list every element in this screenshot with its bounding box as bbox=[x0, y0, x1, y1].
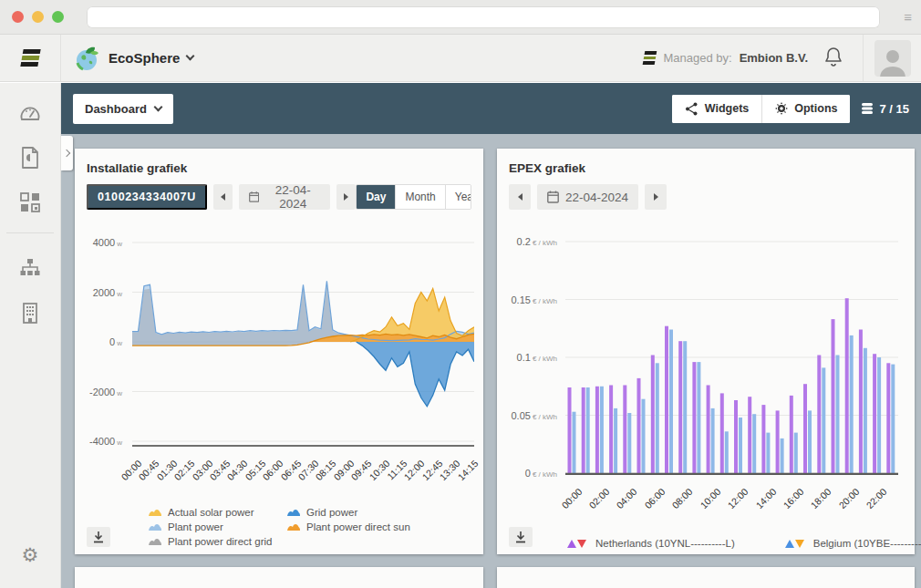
legend-item[interactable]: Actual solar power bbox=[148, 505, 285, 520]
bar-netherlands bbox=[692, 362, 696, 473]
y-tick-label: 0.2€ / kWh bbox=[517, 236, 557, 247]
notifications-button[interactable] bbox=[824, 46, 843, 70]
next-date-button[interactable] bbox=[645, 184, 667, 210]
legend-item[interactable]: Plant power direct grid bbox=[148, 534, 285, 549]
installatie-controls: 0100234334007U 22-04-2024 Day Month Year bbox=[87, 184, 471, 210]
sidebar-item-dashboard[interactable] bbox=[12, 95, 48, 131]
bar-netherlands bbox=[761, 405, 765, 473]
bar-netherlands bbox=[651, 356, 655, 474]
bar-netherlands bbox=[817, 356, 821, 474]
date-picker-button[interactable]: 22-04-2024 bbox=[537, 184, 638, 210]
bar-netherlands bbox=[720, 393, 724, 473]
bar-netherlands bbox=[568, 387, 572, 473]
options-button-label: Options bbox=[794, 102, 837, 115]
download-button[interactable] bbox=[87, 527, 110, 547]
widget-title: EPEX grafiek bbox=[509, 161, 585, 175]
sidebar-item-settings[interactable]: ⚙ bbox=[12, 537, 48, 573]
tab-year[interactable]: Year bbox=[445, 185, 471, 209]
options-button[interactable]: Options bbox=[761, 95, 850, 123]
next-date-button[interactable] bbox=[336, 184, 356, 210]
bar-netherlands bbox=[748, 397, 751, 473]
arrow-left-icon bbox=[518, 193, 523, 201]
ecosphere-globe-icon bbox=[74, 45, 101, 72]
sidebar-item-reports[interactable] bbox=[12, 139, 48, 176]
legend-item[interactable]: Belgium (10YBE----------2) bbox=[785, 538, 921, 549]
date-picker-button[interactable]: 22-04-2024 bbox=[239, 184, 330, 210]
arrow-right-icon bbox=[344, 193, 348, 201]
legend-label: Netherlands (10YNL----------L) bbox=[595, 538, 735, 549]
triangle-up-icon bbox=[785, 540, 794, 548]
legend-item[interactable]: Plant power bbox=[148, 520, 285, 534]
legend-item[interactable]: Plant power direct sun bbox=[286, 520, 410, 534]
price-direction-icons bbox=[567, 540, 586, 548]
sidebar-expander[interactable] bbox=[61, 136, 73, 170]
sidebar-divider bbox=[6, 232, 54, 233]
bar-belgium bbox=[808, 410, 812, 473]
legend-label: Plant power direct sun bbox=[306, 521, 410, 532]
bar-netherlands bbox=[886, 363, 890, 473]
calendar-icon bbox=[547, 191, 559, 203]
sidebar-item-widgets-grid[interactable] bbox=[12, 184, 48, 221]
prev-date-button[interactable] bbox=[213, 184, 233, 210]
legend-item[interactable]: Grid power bbox=[286, 505, 410, 520]
bar-netherlands bbox=[582, 387, 585, 473]
area-series-icon bbox=[286, 522, 301, 531]
sidebar-item-hierarchy[interactable] bbox=[12, 250, 48, 286]
download-icon bbox=[514, 531, 527, 543]
legend-label: Grid power bbox=[306, 507, 357, 518]
epex-grafiek-widget: EPEX grafiek 22-04-2024 0.2€ / kWh0.15€ … bbox=[497, 149, 915, 554]
sidebar-logo[interactable] bbox=[0, 35, 61, 81]
arrow-left-icon bbox=[221, 193, 225, 201]
date-picker-value: 22-04-2024 bbox=[265, 183, 320, 211]
sitemap-icon bbox=[20, 258, 40, 278]
bar-belgium bbox=[683, 341, 687, 473]
gear-icon: ⚙ bbox=[22, 544, 39, 566]
arrow-right-icon bbox=[654, 193, 658, 201]
bar-belgium bbox=[836, 356, 840, 474]
sidebar-item-buildings[interactable] bbox=[12, 294, 48, 331]
address-bar[interactable] bbox=[87, 6, 880, 28]
installatie-area-chart[interactable] bbox=[132, 232, 474, 447]
navbar-button-group: Widgets Options bbox=[672, 95, 851, 123]
y-tick-label: -4000w bbox=[89, 436, 122, 447]
y-tick-label: -2000w bbox=[89, 387, 122, 397]
price-direction-icons bbox=[785, 540, 804, 548]
bar-netherlands bbox=[623, 386, 626, 474]
bar-belgium bbox=[614, 408, 617, 473]
sidebar: ⚙ bbox=[0, 83, 61, 588]
installation-serial-badge[interactable]: 0100234334007U bbox=[87, 184, 207, 210]
installatie-grafiek-widget: Installatie grafiek 0100234334007U 22-04… bbox=[75, 149, 483, 554]
tab-month[interactable]: Month bbox=[395, 185, 444, 209]
tab-day[interactable]: Day bbox=[357, 185, 395, 209]
brand-selector[interactable]: EcoSphere bbox=[74, 45, 193, 72]
bar-belgium bbox=[850, 335, 854, 473]
widget-title: Installatie grafiek bbox=[87, 161, 187, 175]
legend-label: Plant power bbox=[168, 521, 223, 532]
bar-belgium bbox=[600, 387, 604, 473]
managed-by-label: Managed by: bbox=[663, 51, 731, 65]
chevron-right-icon bbox=[62, 150, 69, 157]
bar-belgium bbox=[656, 363, 659, 473]
browser-menu-icon[interactable]: ≡ bbox=[904, 8, 912, 26]
legend-label: Belgium (10YBE----------2) bbox=[813, 538, 921, 549]
prev-date-button[interactable] bbox=[509, 184, 531, 210]
dashboard-dropdown[interactable]: Dashboard bbox=[73, 94, 173, 124]
bar-netherlands bbox=[609, 386, 613, 474]
y-tick-label: 0€ / kWh bbox=[525, 468, 557, 479]
legend-item[interactable]: Netherlands (10YNL----------L) bbox=[567, 538, 735, 549]
bar-netherlands bbox=[678, 341, 682, 473]
y-tick-label: 2000w bbox=[93, 287, 122, 298]
dashboard-content: Installatie grafiek 0100234334007U 22-04… bbox=[61, 134, 921, 588]
epex-bar-chart[interactable] bbox=[565, 232, 898, 475]
bar-netherlands bbox=[665, 326, 668, 473]
download-button[interactable] bbox=[509, 527, 533, 547]
user-menu[interactable] bbox=[863, 35, 921, 81]
close-window-button[interactable] bbox=[12, 11, 24, 23]
minimize-window-button[interactable] bbox=[32, 11, 44, 23]
bar-netherlands bbox=[873, 354, 876, 473]
y-tick-label: 0w bbox=[109, 336, 122, 347]
maximize-window-button[interactable] bbox=[52, 11, 64, 23]
y-tick-label: 0.15€ / kWh bbox=[511, 294, 557, 305]
embion-mini-logo-icon bbox=[643, 51, 657, 65]
widgets-button[interactable]: Widgets bbox=[672, 95, 762, 123]
